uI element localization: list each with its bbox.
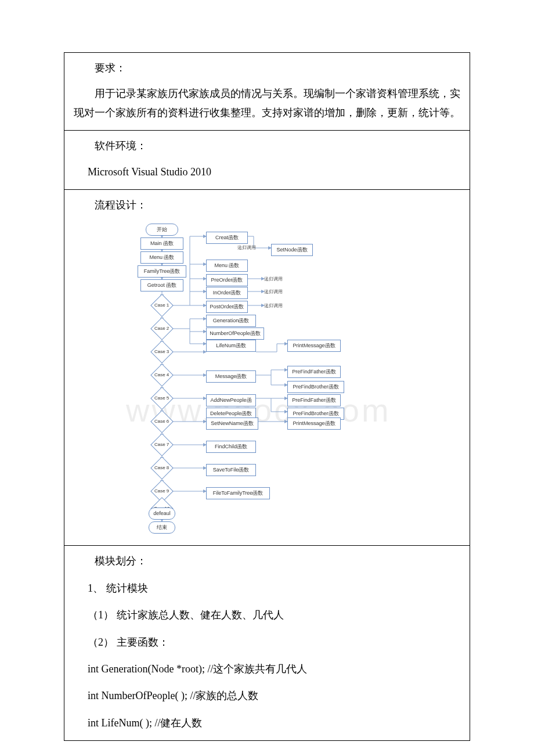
- node-default: defeaul: [149, 507, 175, 519]
- modules-heading: 模块划分：: [68, 552, 466, 570]
- label-recursive-3: 递归调用: [264, 288, 283, 296]
- flow-heading: 流程设计：: [68, 196, 466, 214]
- node-postorder: PostOrder函数: [206, 301, 248, 312]
- node-setnewname: SetNewName函数: [206, 417, 258, 429]
- node-findchild: FindChild函数: [206, 441, 256, 452]
- node-start: 开始: [146, 224, 178, 235]
- node-case1: Case 1: [150, 294, 174, 318]
- label-recursive-1: 递归调用: [237, 244, 256, 252]
- label-recursive-2: 递归调用: [264, 275, 283, 283]
- modules-section: 模块划分： 1、 统计模块 （1） 统计家族总人数、健在人数、几代人 （2） 主…: [64, 546, 470, 740]
- node-getroot: Getroot 函数: [140, 279, 183, 291]
- flowchart: www.bdocx.com: [103, 219, 422, 532]
- node-creat: Creat函数: [206, 232, 248, 243]
- node-addnew: AddNewPeople函: [206, 394, 256, 406]
- node-printmsg2: PrintMessage函数: [287, 417, 341, 429]
- label-recursive-4: 递归调用: [264, 302, 283, 310]
- node-prefindfather2: PreFindFather函数: [287, 394, 341, 406]
- modules-fn3: int LifeNum( ); //健在人数: [68, 714, 466, 732]
- node-case7: Case 7: [150, 434, 174, 457]
- environment-body: Microsoft Visual Studio 2010: [68, 163, 466, 181]
- requirements-body: 用于记录某家族历代家族成员的情况与关系。现编制一个家谱资料管理系统，实现对一个家…: [68, 84, 466, 122]
- node-case3: Case 3: [150, 341, 174, 364]
- environment-heading: 软件环境：: [68, 136, 466, 155]
- node-menu1: Menu 函数: [140, 251, 183, 263]
- node-printmsg1: PrintMessage函数: [287, 340, 341, 351]
- node-menu2: Menu 函数: [206, 260, 248, 271]
- node-savetofile: SaveToFile函数: [206, 464, 256, 476]
- node-generation: Generation函数: [206, 315, 256, 326]
- node-filetofamily: FileToFamilyTree函数: [206, 487, 270, 499]
- node-case2: Case 2: [150, 318, 174, 341]
- node-familytree: FamilyTree函数: [138, 265, 186, 277]
- flow-section: 流程设计： www.bdocx.com: [64, 190, 470, 546]
- document-container: 要求： 用于记录某家族历代家族成员的情况与关系。现编制一个家谱资料管理系统，实现…: [64, 52, 470, 741]
- node-case4: Case 4: [150, 364, 174, 387]
- node-main: Main 函数: [140, 237, 183, 249]
- requirements-section: 要求： 用于记录某家族历代家族成员的情况与关系。现编制一个家谱资料管理系统，实现…: [64, 53, 470, 131]
- node-inorder: InOrder函数: [206, 287, 248, 298]
- node-lifenum: LifeNum函数: [206, 340, 256, 351]
- node-prefindfather1: PreFindFather函数: [287, 366, 341, 377]
- node-preorder: PreOrder函数: [206, 274, 248, 286]
- modules-fn1: int Generation(Node *root); //这个家族共有几代人: [68, 660, 466, 678]
- node-message: Message函数: [206, 370, 256, 382]
- modules-fn2: int NumberOfPeople( ); //家族的总人数: [68, 686, 466, 705]
- node-setnode: SetNode函数: [271, 244, 313, 255]
- node-case6: Case 6: [150, 411, 174, 434]
- modules-item1-1: （1） 统计家族总人数、健在人数、几代人: [68, 606, 466, 624]
- node-prefindbrother1: PreFindBrother函数: [287, 381, 344, 393]
- environment-section: 软件环境： Microsoft Visual Studio 2010: [64, 131, 470, 190]
- node-end: 结束: [149, 521, 175, 533]
- node-numpeople: NumberOfPeople函数: [206, 327, 264, 339]
- node-case8: Case 8: [150, 457, 174, 480]
- node-case5: Case 5: [150, 387, 174, 411]
- modules-item1-title: 1、 统计模块: [68, 579, 466, 597]
- modules-item1-2: （2） 主要函数：: [68, 633, 466, 651]
- requirements-heading: 要求：: [68, 59, 466, 77]
